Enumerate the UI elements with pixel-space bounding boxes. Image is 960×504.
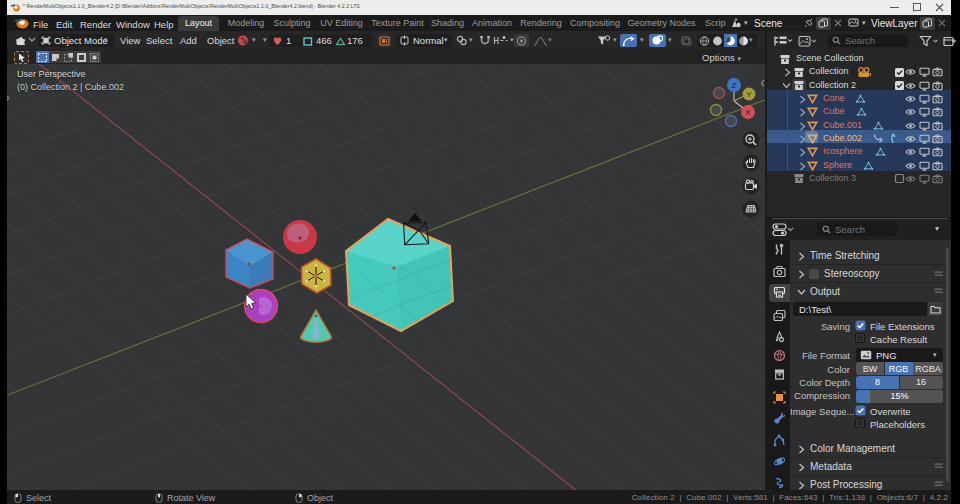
svg-text:Y: Y [746,90,752,99]
svg-text:X: X [745,108,751,117]
svg-text:Z: Z [732,81,737,90]
